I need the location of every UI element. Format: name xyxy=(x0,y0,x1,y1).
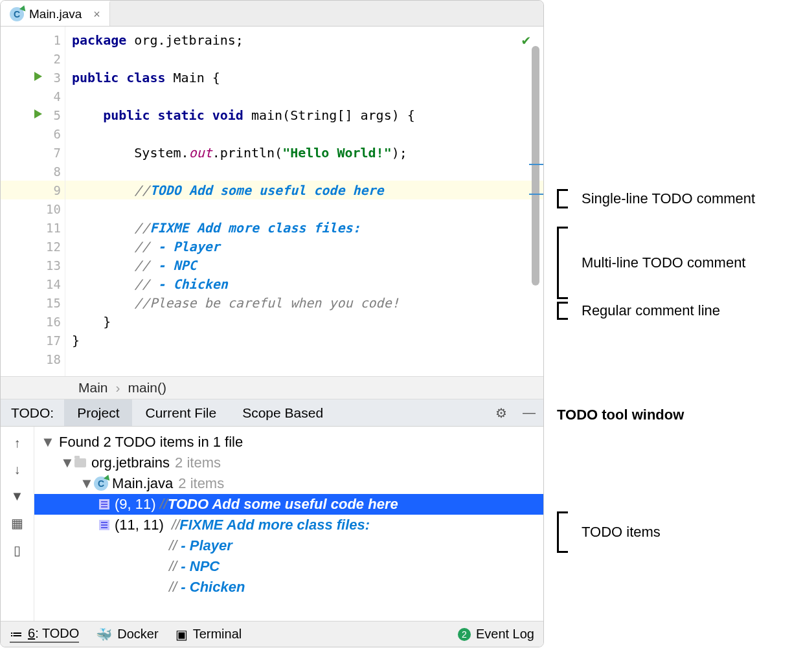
statusbar-todo[interactable]: ≔ 6: TODO xyxy=(10,626,79,643)
token: org.jetbrains; xyxy=(134,32,243,48)
token: FIXME Add more class files: xyxy=(150,220,360,236)
statusbar-docker[interactable]: 🐳 Docker xyxy=(96,627,158,642)
statusbar-terminal[interactable]: ▣ Terminal xyxy=(175,627,242,642)
code-line[interactable]: } xyxy=(65,312,543,331)
gutter: 123456789101112131415161718 xyxy=(1,27,65,376)
gutter-line: 18 xyxy=(1,350,65,368)
java-file-icon: C xyxy=(94,476,108,491)
breadcrumb-item[interactable]: main() xyxy=(128,380,167,396)
token: - NPC xyxy=(157,258,196,273)
code-line[interactable]: } xyxy=(65,331,543,350)
line-icon xyxy=(99,520,109,530)
gear-icon[interactable]: ⚙ xyxy=(488,405,515,421)
filter-icon[interactable]: ▼ xyxy=(11,489,24,504)
chevron-down-icon[interactable]: ▼ xyxy=(60,454,74,471)
token: public class xyxy=(72,70,174,85)
statusbar-todo-label: : TODO xyxy=(35,626,79,640)
todo-row[interactable]: (9, 11) //TODO Add some useful code here xyxy=(34,494,543,515)
todo-tab-scope[interactable]: Scope Based xyxy=(229,399,336,426)
code-line[interactable] xyxy=(65,124,543,143)
todo-tab-currentfile[interactable]: Current File xyxy=(132,399,229,426)
gutter-line: 13 xyxy=(1,256,65,274)
token: } xyxy=(103,314,111,330)
statusbar-eventlog[interactable]: 2 Event Log xyxy=(458,627,534,642)
code-line[interactable] xyxy=(65,162,543,181)
breadcrumb: Main › main() xyxy=(1,376,543,399)
token: main(String[] args) { xyxy=(251,107,415,123)
marker-stripe[interactable] xyxy=(529,194,543,195)
token xyxy=(72,107,103,123)
editor[interactable]: 123456789101112131415161718 ✔ package or… xyxy=(1,27,543,376)
statusbar-docker-label: Docker xyxy=(117,627,158,642)
todo-row[interactable]: ▼ C Main.java2 items xyxy=(34,473,543,494)
statusbar-todo-key: 6 xyxy=(28,626,35,640)
close-icon[interactable]: × xyxy=(93,8,100,21)
code-line[interactable]: // - Chicken xyxy=(65,274,543,293)
code-line[interactable]: //TODO Add some useful code here xyxy=(65,181,543,199)
gutter-line: 12 xyxy=(1,237,65,256)
arrow-down-icon[interactable]: ↓ xyxy=(14,462,21,477)
tab-filename: Main.java xyxy=(29,7,82,21)
token xyxy=(72,314,103,330)
token xyxy=(72,183,134,198)
code-line[interactable] xyxy=(65,87,543,106)
code-line[interactable]: package org.jetbrains; xyxy=(65,30,543,49)
code-line[interactable]: public static void main(String[] args) { xyxy=(65,106,543,124)
annotation-single-line: Single-line TODO comment xyxy=(557,189,755,208)
code-line[interactable]: // - Player xyxy=(65,237,543,256)
status-bar: ≔ 6: TODO 🐳 Docker ▣ Terminal 2 Event Lo… xyxy=(1,621,543,647)
token: "Hello World!" xyxy=(282,145,392,161)
scrollbar-thumb[interactable] xyxy=(532,46,539,286)
todo-row[interactable]: (11, 11) //FIXME Add more class files: xyxy=(34,515,543,535)
code-area[interactable]: ✔ package org.jetbrains;public class Mai… xyxy=(65,27,543,376)
token: System. xyxy=(134,145,188,161)
marker-stripe[interactable] xyxy=(529,164,543,165)
todo-tab-project[interactable]: Project xyxy=(64,399,132,426)
todo-row[interactable]: // - Chicken xyxy=(34,577,543,598)
code-line[interactable]: public class Main { xyxy=(65,68,543,87)
annotation-todo-items: TODO items xyxy=(557,511,661,553)
group-icon[interactable]: ▦ xyxy=(11,515,23,531)
code-line[interactable] xyxy=(65,199,543,218)
editor-tab[interactable]: C Main.java × xyxy=(1,1,110,26)
gutter-line: 15 xyxy=(1,293,65,312)
gutter-line: 16 xyxy=(1,312,65,331)
chevron-down-icon[interactable]: ▼ xyxy=(80,475,94,492)
breadcrumb-item[interactable]: Main xyxy=(78,380,108,396)
todo-row[interactable]: // - Player xyxy=(34,535,543,556)
code-line[interactable]: // - NPC xyxy=(65,256,543,274)
code-line[interactable] xyxy=(65,49,543,68)
gutter-line: 2 xyxy=(1,49,65,68)
chevron-right-icon: › xyxy=(116,380,120,396)
todo-row[interactable]: ▼ org.jetbrains2 items xyxy=(34,453,543,473)
todo-tree[interactable]: ▼ Found 2 TODO items in 1 file▼ org.jetb… xyxy=(34,427,543,621)
todo-row[interactable]: ▼ Found 2 TODO items in 1 file xyxy=(34,432,543,453)
code-line[interactable] xyxy=(65,350,543,368)
code-line[interactable]: //FIXME Add more class files: xyxy=(65,218,543,237)
gutter-line: 6 xyxy=(1,124,65,143)
token: package xyxy=(72,32,134,48)
run-gutter-icon[interactable] xyxy=(34,72,42,81)
annotation-regular: Regular comment line xyxy=(557,302,720,320)
minimize-icon[interactable]: — xyxy=(515,405,543,420)
token: // xyxy=(134,239,157,254)
token: ); xyxy=(392,145,407,161)
run-gutter-icon[interactable] xyxy=(34,109,42,118)
token: out xyxy=(189,145,212,161)
arrow-up-icon[interactable]: ↑ xyxy=(14,436,21,451)
eventlog-badge: 2 xyxy=(458,628,471,641)
gutter-line: 17 xyxy=(1,331,65,350)
gutter-line: 4 xyxy=(1,87,65,106)
todo-toolwindow-header: TODO: Project Current File Scope Based ⚙… xyxy=(1,399,543,427)
code-line[interactable]: System.out.println("Hello World!"); xyxy=(65,143,543,162)
chevron-down-icon[interactable]: ▼ xyxy=(41,434,55,451)
token xyxy=(72,258,134,273)
token xyxy=(72,239,134,254)
token: // xyxy=(134,258,157,273)
preview-icon[interactable]: ▯ xyxy=(14,543,21,558)
token xyxy=(72,295,134,311)
analysis-ok-icon[interactable]: ✔ xyxy=(522,32,530,48)
gutter-line: 5 xyxy=(1,106,65,124)
code-line[interactable]: //Please be careful when you code! xyxy=(65,293,543,312)
todo-row[interactable]: // - NPC xyxy=(34,556,543,577)
